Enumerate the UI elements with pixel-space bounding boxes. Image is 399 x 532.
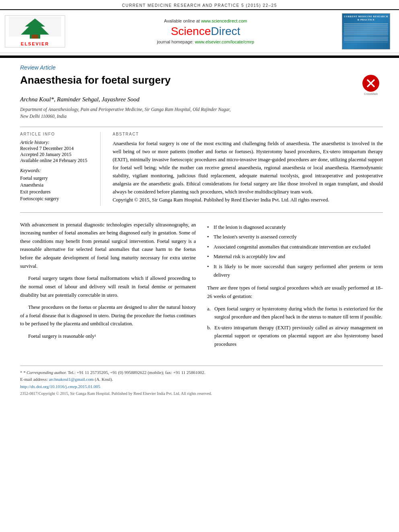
sciencedirect-info: Available online at www.sciencedirect.co… <box>74 18 337 44</box>
title-section: Anaesthesia for foetal surgery <box>20 74 359 92</box>
crossmark-label: CrossMark <box>364 92 378 95</box>
body-two-col: With advancement in prenatal diagnostic … <box>20 221 383 353</box>
body-para-2: Foetal surgery targets those foetal malf… <box>20 274 196 299</box>
available-online-date: Available online 24 February 2015 <box>20 158 92 164</box>
corresponding-label: * Corresponding author. <box>23 370 67 375</box>
bullet-item-1: If the lesion is diagnosed accurately <box>207 223 383 232</box>
footer-email-suffix: (A. Koul). <box>95 377 113 382</box>
cover-title: CURRENT MEDICINE RESEARCH & PRACTICE <box>344 15 388 22</box>
title-row: Anaesthesia for foetal surgery CrossMark <box>20 74 383 96</box>
procedure-item-b: b. Ex-utero intrapartum therapy (EXIT) p… <box>207 324 383 349</box>
cover-lines <box>344 23 388 43</box>
elsevier-label: ELSEVIER <box>21 41 49 46</box>
article-type: Review Article <box>20 64 383 71</box>
body-para-4: Foetal surgery is reasonable only¹ <box>20 332 196 341</box>
footer-corresponding: * * Corresponding author. Tel.: +91 11 2… <box>20 369 383 376</box>
history-label: Article history: <box>20 140 92 146</box>
elsevier-logo-container: ELSEVIER <box>5 15 69 47</box>
keyword-3: Exit procedures <box>20 189 92 195</box>
body-para-5: There are three types of foetal surgical… <box>207 284 383 300</box>
footer-tel: Tel.: +91 11 25735205, +91 (0) 995889262… <box>68 370 205 375</box>
bullet-item-2: The lesion's severity is assessed correc… <box>207 233 383 241</box>
authors: Archna Koul*, Raminder Sehgal, Jayashree… <box>20 96 383 103</box>
svg-rect-2 <box>32 35 38 39</box>
sciencedirect-logo: ScienceDirect <box>74 25 337 38</box>
article-info-label: ARTICLE INFO <box>20 132 92 136</box>
page-footer: * * Corresponding author. Tel.: +91 11 2… <box>20 366 383 399</box>
body-section: With advancement in prenatal diagnostic … <box>20 221 383 353</box>
keyword-1: Foetal surgery <box>20 175 92 181</box>
body-col-right: If the lesion is diagnosed accurately Th… <box>207 221 383 353</box>
procedure-types-list: a. Open foetal surgery or hysterotomy du… <box>207 305 383 349</box>
email-label: E-mail address: <box>20 377 48 382</box>
section-divider-2 <box>20 212 383 213</box>
abstract-copyright: Copyright © 2015, Sir Ganga Ram Hospital… <box>113 196 383 204</box>
abstract-text: Anaesthesia for foetal surgery is one of… <box>113 140 383 196</box>
keyword-4: Foetoscopic surgery <box>20 196 92 202</box>
keyword-2: Anaesthesia <box>20 182 92 188</box>
keywords-section: Keywords: Foetal surgery Anaesthesia Exi… <box>20 168 92 202</box>
bullet-item-5: It is likely to be more successful than … <box>207 263 383 279</box>
journal-cover: CURRENT MEDICINE RESEARCH & PRACTICE <box>342 13 390 49</box>
article-info-left: ARTICLE INFO Article history: Received 7… <box>20 132 101 206</box>
sciencedirect-link[interactable]: www.sciencedirect.com <box>201 18 247 23</box>
journal-cover-container: CURRENT MEDICINE RESEARCH & PRACTICE <box>342 13 394 49</box>
footer-doi-row: http://dx.doi.org/10.1016/j.cmrp.2015.01… <box>20 383 383 390</box>
journal-homepage-link[interactable]: www.elsevier.com/locate/cmrp <box>195 39 254 44</box>
procedure-text-a: Open foetal surgery or hysterotomy durin… <box>214 306 383 320</box>
journal-homepage: journal homepage: www.elsevier.com/locat… <box>74 39 337 44</box>
footer-email-row: E-mail address: archnakoul1@gmail.com (A… <box>20 376 383 383</box>
section-divider-1 <box>20 127 383 127</box>
article-history: Article history: Received 7 December 201… <box>20 140 92 164</box>
doi-link[interactable]: http://dx.doi.org/10.1016/j.cmrp.2015.01… <box>20 384 100 389</box>
footer-email-link[interactable]: archnakoul1@gmail.com <box>49 377 93 382</box>
journal-banner: ELSEVIER Available online at www.science… <box>0 9 399 53</box>
available-text: Available online at www.sciencedirect.co… <box>74 18 337 23</box>
procedure-item-a: a. Open foetal surgery or hysterotomy du… <box>207 305 383 321</box>
crossmark-badge[interactable]: CrossMark <box>359 74 383 96</box>
crossmark-svg <box>365 78 376 89</box>
procedure-text-b: Ex-utero intrapartum therapy (EXIT) prev… <box>214 325 383 347</box>
journal-header: CURRENT MEDICINE RESEARCH AND PRACTICE 5… <box>0 0 399 9</box>
article-info-section: ARTICLE INFO Article history: Received 7… <box>20 132 383 206</box>
bullet-item-4: Maternal risk is acceptably low and <box>207 253 383 261</box>
star-icon: * <box>20 370 22 375</box>
footer-copyright: 2352-0817/Copyright © 2015, Sir Ganga Ra… <box>20 391 383 396</box>
main-content: Review Article Anaesthesia for foetal su… <box>0 58 399 405</box>
foetal-surgery-conditions-list: If the lesion is diagnosed accurately Th… <box>207 223 383 279</box>
article-title: Anaesthesia for foetal surgery <box>20 74 359 86</box>
abstract-label: ABSTRACT <box>113 132 383 136</box>
crossmark-icon <box>362 75 379 92</box>
body-para-3: These procedures on the foetus or placen… <box>20 303 196 328</box>
keywords-label: Keywords: <box>20 168 92 174</box>
procedure-label-b: b. <box>207 324 211 332</box>
elsevier-tree-icon <box>9 16 61 41</box>
accepted-date: Accepted 20 January 2015 <box>20 152 92 158</box>
bullet-item-3: Associated congenital anomalies that con… <box>207 243 383 251</box>
body-col-left: With advancement in prenatal diagnostic … <box>20 221 196 353</box>
affiliation: Department of Anaesthesiology, Pain and … <box>20 106 383 120</box>
received-date: Received 7 December 2014 <box>20 146 92 152</box>
elsevier-logo: ELSEVIER <box>5 15 65 47</box>
body-para-1: With advancement in prenatal diagnostic … <box>20 221 196 271</box>
procedure-label-a: a. <box>207 305 211 313</box>
abstract-section: ABSTRACT Anaesthesia for foetal surgery … <box>113 132 383 206</box>
